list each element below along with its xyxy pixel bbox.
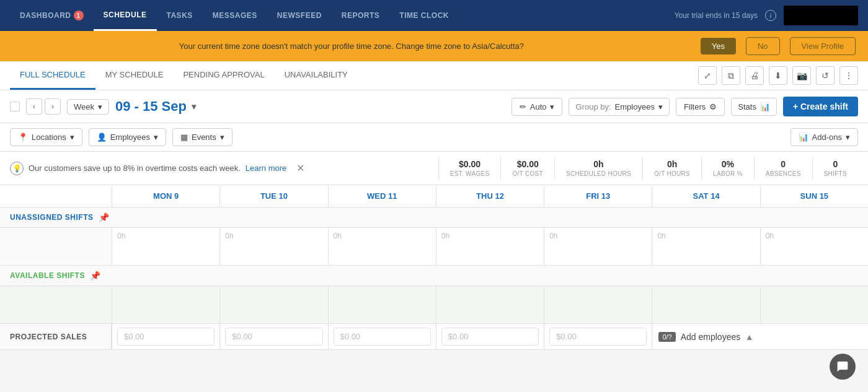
stats-bar: 💡 Our customers save up to 8% in overtim… [0,152,868,185]
tab-unavailability[interactable]: UNAVAILABILITY [275,61,358,90]
available-shifts-row [0,286,868,324]
group-by-dropdown[interactable]: Group by: Employees ▾ [569,98,669,116]
available-mon[interactable] [112,286,219,323]
available-pin-icon[interactable]: 📌 [90,271,100,281]
add-employees-button[interactable]: 0/? Add employees [658,332,740,342]
cal-header-mon: MON 9 [112,185,219,207]
nav-dashboard[interactable]: DASHBOARD 1 [10,0,94,31]
week-selector-dropdown[interactable]: Week ▾ [67,99,109,115]
projected-wed-input[interactable] [334,328,431,346]
locations-dropdown-icon: ▾ [70,133,74,142]
dashboard-badge: 1 [74,11,84,20]
addons-button[interactable]: 📊 Add-ons ▾ [790,128,858,146]
nav-time-clock[interactable]: TIME CLOCK [389,0,459,31]
stat-absences: 0 ABSENCES [754,157,812,180]
week-navigation: ‹ › [26,98,61,115]
projected-mon-cell [112,324,219,349]
download-icon[interactable]: ⬇ [769,66,787,85]
user-avatar[interactable] [784,6,858,25]
cal-header-wed: WED 11 [328,185,436,207]
available-shifts-label: AVAILABLE SHIFTS [10,271,85,280]
available-sat[interactable] [652,286,760,323]
stat-est-wages: $0.00 EST. WAGES [438,157,501,180]
stats-values-group: $0.00 EST. WAGES $0.00 O/T COST 0h SCHED… [438,157,858,180]
nav-tasks[interactable]: TASKS [157,0,203,31]
events-filter[interactable]: ▦ Events ▾ [172,128,232,146]
projected-thu-cell [436,324,544,349]
unassigned-fri[interactable]: 0h [544,228,652,265]
add-employees-cell[interactable]: 0/? Add employees ▲ [652,324,760,349]
print-icon[interactable]: 🖨 [745,66,764,85]
projected-fri-input[interactable] [549,328,647,346]
filters-button[interactable]: Filters ⚙ [676,98,725,116]
available-fri[interactable] [544,286,652,323]
stats-bar-icon: 📊 [760,102,770,111]
projected-tue-input[interactable] [225,328,322,346]
select-all-checkbox[interactable] [10,102,20,111]
unassigned-wed[interactable]: 0h [328,228,436,265]
banner-view-profile-button[interactable]: View Profile [790,37,856,55]
tab-my-schedule[interactable]: MY SCHEDULE [95,61,174,90]
unassigned-shifts-label: UNASSIGNED SHIFTS [10,213,94,222]
tab-full-schedule[interactable]: FULL SCHEDULE [10,61,95,90]
available-shifts-section: AVAILABLE SHIFTS 📌 [0,266,868,286]
nav-messages[interactable]: MESSAGES [203,0,267,31]
auto-button[interactable]: ✏ Auto ▾ [512,98,563,116]
nav-reports[interactable]: REPORTS [332,0,390,31]
unassigned-thu[interactable]: 0h [436,228,544,265]
person-icon: 👤 [97,133,107,142]
stats-button[interactable]: Stats 📊 [731,98,777,116]
stat-ot-cost: $0.00 O/T COST [500,157,554,180]
more-icon[interactable]: ⋮ [839,66,858,85]
projected-mon-input[interactable] [117,328,215,346]
cal-header-fri: FRI 13 [544,185,652,207]
nav-newsfeed[interactable]: NEWSFEED [267,0,332,31]
tab-pending-approval[interactable]: PENDING APPROVAL [173,61,274,90]
learn-more-link[interactable]: Learn more [246,163,286,173]
collapse-icon[interactable]: ▲ [745,332,754,342]
bulb-icon: 💡 [10,162,24,175]
locations-filter[interactable]: 📍 Locations ▾ [10,128,82,146]
history-icon[interactable]: ↺ [816,66,835,85]
available-label-cell [0,286,112,323]
projected-thu-input[interactable] [441,328,539,346]
projected-fri-cell [544,324,652,349]
banner-no-button[interactable]: No [746,37,780,55]
prev-week-button[interactable]: ‹ [26,98,42,115]
employees-filter[interactable]: 👤 Employees ▾ [89,128,166,146]
tab-icon-group: ⤢ ⧉ 🖨 ⬇ 📷 ↺ ⋮ [698,66,858,85]
stat-labor-percent: 0% LABOR % [701,157,754,180]
available-sun[interactable] [760,286,868,323]
date-range-dropdown-icon[interactable]: ▾ [192,102,196,111]
date-range-display[interactable]: 09 - 15 Sep ▾ [115,98,196,115]
available-wed[interactable] [328,286,436,323]
banner-message: Your current time zone doesn't match you… [12,41,691,51]
expand-icon[interactable]: ⤢ [698,66,717,85]
toolbar-right-group: ✏ Auto ▾ Group by: Employees ▾ Filters ⚙… [512,97,858,116]
unassigned-shifts-row: 0h 0h 0h 0h 0h 0h 0h [0,228,868,266]
auto-dropdown-icon: ▾ [550,102,554,111]
available-thu[interactable] [436,286,544,323]
nav-schedule[interactable]: SCHEDULE [94,0,157,31]
unassigned-mon[interactable]: 0h [112,228,219,265]
unassigned-tue[interactable]: 0h [219,228,327,265]
info-icon[interactable]: i [765,10,776,21]
stat-ot-hours: 0h O/T HOURS [642,157,701,180]
top-navigation: DASHBOARD 1 SCHEDULE TASKS MESSAGES NEWS… [0,0,868,31]
projected-sales-row: PROJECTED SALES 0/? Add employees ▲ [0,324,868,350]
schedule-tabs-bar: FULL SCHEDULE MY SCHEDULE PENDING APPROV… [0,61,868,90]
copy-icon[interactable]: ⧉ [722,66,740,85]
available-tue[interactable] [219,286,327,323]
events-dropdown-icon: ▾ [220,133,224,142]
addons-icon: 📊 [799,133,808,142]
camera-icon[interactable]: 📷 [792,66,811,85]
dismiss-icon[interactable]: ✕ [296,162,304,174]
stat-scheduled-hours: 0h SCHEDULED HOURS [554,157,642,180]
unassigned-pin-icon[interactable]: 📌 [99,212,109,222]
unassigned-sat[interactable]: 0h [652,228,760,265]
cal-header-tue: TUE 10 [219,185,327,207]
next-week-button[interactable]: › [45,98,61,115]
banner-yes-button[interactable]: Yes [701,38,736,54]
unassigned-sun[interactable]: 0h [760,228,868,265]
create-shift-button[interactable]: + Create shift [783,97,858,116]
